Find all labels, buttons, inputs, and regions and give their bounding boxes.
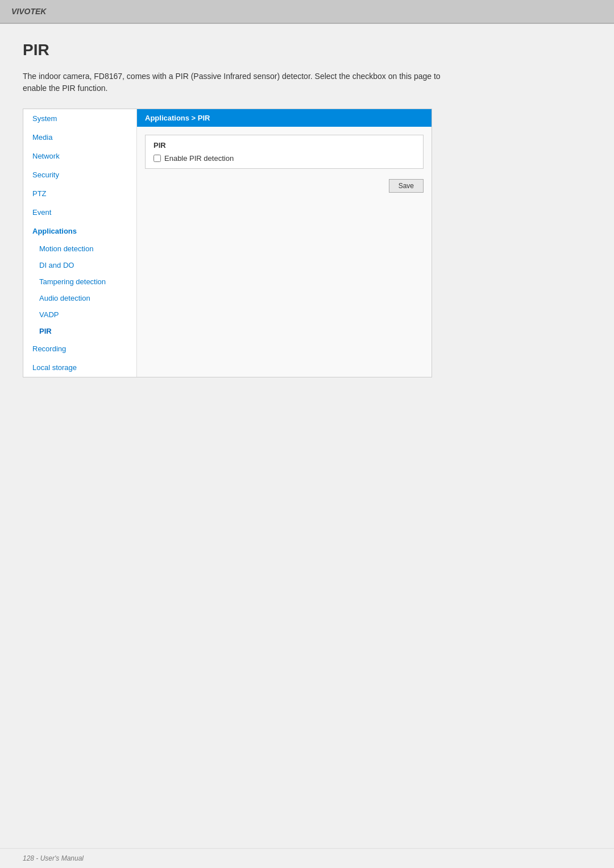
footer: 128 - User's Manual [0, 848, 614, 868]
main-content: PIR The indoor camera, FD8167, comes wit… [0, 24, 614, 394]
sidebar-item-security[interactable]: Security [23, 165, 136, 184]
enable-pir-checkbox[interactable] [154, 155, 161, 162]
sidebar-sub-audio-detection[interactable]: Audio detection [23, 290, 136, 306]
content-body: PIR Enable PIR detection Save [137, 127, 432, 204]
header: VIVOTEK [0, 0, 614, 24]
sidebar-item-local-storage[interactable]: Local storage [23, 358, 136, 377]
sidebar: System Media Network Security PTZ Event … [23, 109, 137, 377]
pir-group-title: PIR [154, 141, 415, 149]
sidebar-item-network[interactable]: Network [23, 147, 136, 165]
sidebar-item-recording[interactable]: Recording [23, 339, 136, 358]
sidebar-sub-pir[interactable]: PIR [23, 323, 136, 339]
footer-text: 128 - User's Manual [23, 854, 84, 862]
sidebar-item-system[interactable]: System [23, 109, 136, 128]
sidebar-item-event[interactable]: Event [23, 203, 136, 222]
enable-pir-label[interactable]: Enable PIR detection [164, 154, 234, 163]
page-description: The indoor camera, FD8167, comes with a … [23, 70, 449, 94]
content-area: Applications > PIR PIR Enable PIR detect… [137, 109, 432, 377]
sidebar-item-applications[interactable]: Applications [23, 222, 136, 240]
sidebar-item-media[interactable]: Media [23, 128, 136, 147]
page-title: PIR [23, 41, 591, 59]
sidebar-sub-vadp[interactable]: VADP [23, 306, 136, 323]
sidebar-item-ptz[interactable]: PTZ [23, 184, 136, 203]
ui-panel: System Media Network Security PTZ Event … [23, 109, 432, 377]
enable-pir-row: Enable PIR detection [154, 154, 415, 163]
sidebar-sub-di-and-do[interactable]: DI and DO [23, 257, 136, 273]
sidebar-sub-motion-detection[interactable]: Motion detection [23, 240, 136, 257]
save-button[interactable]: Save [389, 179, 424, 193]
save-row: Save [145, 176, 424, 196]
sidebar-sub-tampering-detection[interactable]: Tampering detection [23, 273, 136, 290]
brand-logo: VIVOTEK [11, 7, 46, 16]
breadcrumb: Applications > PIR [137, 109, 432, 127]
pir-group: PIR Enable PIR detection [145, 135, 424, 169]
